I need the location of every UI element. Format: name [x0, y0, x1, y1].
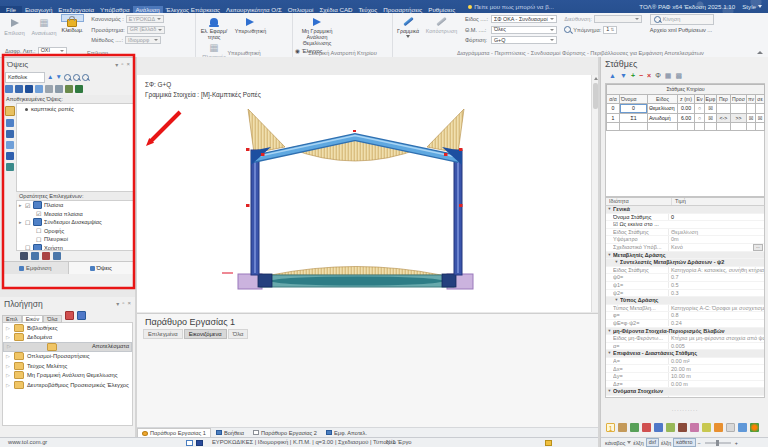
- view-preset-icon[interactable]: [55, 85, 63, 93]
- panel-close-icon[interactable]: ×: [126, 61, 130, 68]
- view-preset-icon[interactable]: [5, 85, 13, 93]
- work-window-tab[interactable]: Επιλεγμένα: [143, 329, 183, 339]
- tree-item[interactable]: ☐ Χρήστη: [17, 244, 133, 251]
- nav-tree-item[interactable]: ▷ Οπλισμοί-Προσαρτήσεις: [3, 352, 132, 362]
- drawing-canvas[interactable]: ΣΦ: G+Q Γραμμικά Στοιχεία : [M]-Καμπτικέ…: [137, 75, 591, 312]
- view-preset-icon[interactable]: [75, 85, 83, 93]
- refresh-button[interactable]: ▦ Ανανέωση: [31, 14, 56, 38]
- xml-settings-button[interactable]: Αρχείο xml Ρυθμίσεων ...: [650, 27, 712, 33]
- field-select[interactable]: ΕΥΡΟΚΩΔ: [126, 15, 164, 23]
- nav-tree-item[interactable]: ▷ Τεύχος Μελέτης: [3, 361, 132, 371]
- level-row[interactable]: 00 Θεμελίωση0.00○ ☒: [607, 104, 765, 114]
- property-value[interactable]: 0.24: [668, 320, 764, 327]
- panel-menu-icon[interactable]: ▾: [116, 300, 119, 307]
- property-row[interactable]: ▾ μη-Φέροντα Στοιχεία-Περιορισμός Βλαβών: [606, 328, 764, 336]
- applicability-check-button[interactable]: Ελ. Εφαρμ/τητας: [198, 14, 230, 40]
- property-row[interactable]: Είδος μη-Φερόντω... Κτήρια με μη-φέροντα…: [606, 335, 764, 343]
- display-mode-icon[interactable]: [42, 252, 50, 260]
- property-row[interactable]: Δx= 20.00 m: [606, 365, 764, 373]
- panel-switch-icon[interactable]: 1: [606, 423, 615, 432]
- checkbox-icon[interactable]: ☐: [36, 236, 44, 243]
- snap-perpendicular-toggle[interactable]: κάθετο: [673, 438, 695, 447]
- ribbon-tab[interactable]: Έλεγχος Επάρκειας: [163, 6, 223, 13]
- panel-switch-icon[interactable]: [630, 423, 639, 432]
- solve-button[interactable]: Επίλυση: [2, 14, 27, 38]
- property-value[interactable]: Κτήρια με μη-φέροντα στοιχεία από ψαθυρά…: [668, 335, 764, 342]
- display-mode-icon[interactable]: [20, 252, 28, 260]
- checkbox-cell[interactable]: ☒: [705, 113, 717, 123]
- lock-button[interactable]: Κλείδωμ.: [61, 14, 84, 22]
- panel-switch-icon[interactable]: [690, 423, 699, 432]
- tree-item[interactable]: ☐ Οροφής: [17, 227, 133, 236]
- nav-tab[interactable]: Επιλ: [2, 315, 22, 323]
- field-select[interactable]: G+Q: [491, 36, 557, 44]
- move-up-icon[interactable]: ▲: [47, 73, 53, 81]
- nav-tab[interactable]: Όλα: [43, 315, 61, 323]
- ellipsis-button[interactable]: ...: [753, 244, 763, 251]
- ribbon-tab[interactable]: Ανάλυση: [133, 6, 163, 13]
- checkbox-cell[interactable]: [747, 123, 756, 131]
- panel-switch-icon[interactable]: [714, 423, 723, 432]
- property-row[interactable]: ψ1= 0.5: [606, 282, 764, 290]
- raft-diagrams-button[interactable]: Κοιτόστρωση: [425, 14, 457, 34]
- level-name-cell[interactable]: 0: [620, 104, 648, 114]
- expander-icon[interactable]: ▷: [6, 325, 11, 331]
- nav-tree-item[interactable]: ▷ Δεδομένα: [3, 333, 132, 343]
- property-value[interactable]: Κατηγορίες Α-C: Όροφοι με συσχετισμένες …: [668, 305, 764, 312]
- field-select[interactable]: GR (Ελλάδ: [127, 26, 165, 34]
- property-value[interactable]: 0.3: [668, 290, 764, 297]
- property-value[interactable]: 0m: [668, 236, 764, 243]
- checkbox-cell[interactable]: [747, 104, 756, 114]
- ribbon-tab[interactable]: Τεύχος: [356, 6, 381, 13]
- range-button[interactable]: <->: [717, 113, 731, 123]
- property-row[interactable]: α= 0.005: [606, 343, 764, 351]
- property-row[interactable]: Τύπος Μεταβλη... Κατηγορίες Α-C: Όροφοι …: [606, 305, 764, 313]
- ribbon-tab[interactable]: Εισαγωγή: [22, 6, 55, 13]
- view-preset-icon[interactable]: [15, 85, 23, 93]
- expander-icon[interactable]: ▷: [7, 343, 12, 350]
- tell-me-search[interactable]: Πείτε μου πως μπορώ να β...: [468, 3, 554, 10]
- work-window-tab[interactable]: Όλα: [228, 329, 249, 339]
- window-tab[interactable]: Παράθυρο Εργασίας 1: [137, 428, 211, 437]
- zoom-out-button[interactable]: −: [698, 440, 701, 446]
- panel-tab[interactable]: Εμφάνιση: [3, 262, 69, 274]
- scroll-up-icon[interactable]: [594, 77, 598, 80]
- motion-search-box[interactable]: Κίνηση: [650, 14, 714, 25]
- panel-switch-icon[interactable]: [726, 423, 735, 432]
- direction-select[interactable]: [594, 15, 642, 23]
- website-link[interactable]: www.tol.com.gr: [8, 439, 47, 445]
- view-tool-icon[interactable]: [6, 152, 14, 160]
- document-icon[interactable]: [186, 440, 193, 446]
- property-row[interactable]: ψ2= 0.3: [606, 290, 764, 298]
- ribbon-tab[interactable]: Ρυθμίσεις: [425, 6, 458, 13]
- checkbox-cell[interactable]: ☒: [756, 113, 765, 123]
- left-splitter[interactable]: [135, 57, 137, 437]
- checkbox-cell[interactable]: [756, 104, 765, 114]
- property-value[interactable]: 0.7: [668, 274, 764, 281]
- property-row[interactable]: φ= 0.8: [606, 312, 764, 320]
- property-value[interactable]: Κενό: [668, 244, 753, 251]
- tree-item[interactable]: ☑ Μεσαία πλαίσια: [17, 210, 133, 219]
- levels-toolbar-icon[interactable]: ▦: [665, 72, 672, 80]
- panel-switch-icon[interactable]: [654, 423, 663, 432]
- level-row[interactable]: 1Σ1 Ανωδομή6.00○ ☒<-> >>☒ ☒: [607, 113, 765, 123]
- radio-cell[interactable]: [695, 123, 705, 131]
- checkbox-cell[interactable]: [756, 123, 765, 131]
- zoom-extents-icon[interactable]: [82, 74, 89, 81]
- window-tab[interactable]: Εμφ. Αποτελ.: [322, 428, 371, 437]
- panel-switch-icon[interactable]: [618, 423, 627, 432]
- nav-tab[interactable]: Εικόν: [22, 315, 44, 323]
- legend-spinner[interactable]: 1⇅: [603, 26, 617, 34]
- property-row[interactable]: Είδος Στάθμης Κατηγορία Α: κατοικίες, συ…: [606, 267, 764, 275]
- zoom-slider[interactable]: [705, 442, 731, 444]
- property-row[interactable]: ▾ Επιφάνεια - Διαστάσεις Στάθμης: [606, 350, 764, 358]
- grid-toggle[interactable]: κάναβος: [605, 440, 625, 446]
- panel-tab[interactable]: Όψεις: [69, 262, 135, 274]
- checkbox-cell[interactable]: [705, 123, 717, 131]
- levels-toolbar-icon[interactable]: ▲: [609, 72, 616, 80]
- expander-icon[interactable]: ▷: [6, 372, 11, 378]
- nav-tree-item[interactable]: ▷ Βιβλιοθήκες: [3, 323, 132, 333]
- property-value[interactable]: ΝΑΙ: [668, 396, 764, 398]
- view-tool-icon[interactable]: [6, 163, 14, 171]
- property-value[interactable]: 0.00 m²: [668, 358, 764, 365]
